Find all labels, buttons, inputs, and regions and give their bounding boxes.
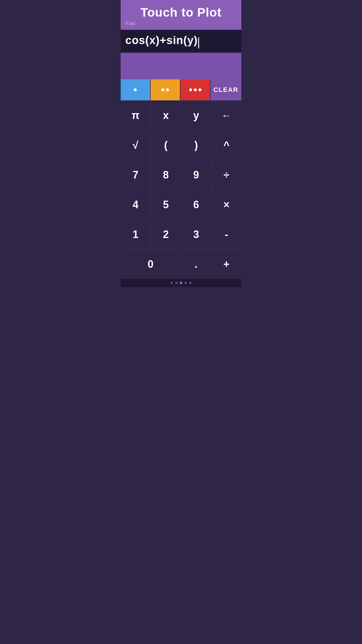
- dot-icon: [198, 88, 201, 91]
- key-row-1: π x y ←: [121, 101, 241, 131]
- key-1[interactable]: 1: [121, 220, 151, 249]
- app-title: Touch to Plot: [125, 6, 237, 19]
- angle-mode: Rad: [125, 20, 237, 27]
- page-indicator: [121, 279, 241, 287]
- key-open-paren[interactable]: (: [151, 131, 181, 160]
- graph-area: [121, 53, 241, 79]
- key-row-3: 7 8 9 ÷: [121, 160, 241, 190]
- key-8[interactable]: 8: [151, 160, 181, 190]
- dot-icon: [189, 88, 192, 91]
- key-backspace[interactable]: ←: [212, 101, 241, 130]
- page-dot-5: [189, 282, 191, 284]
- keypad: π x y ← √ ( ) ^ 7 8 9 ÷ 4 5 6 × 1: [121, 101, 241, 279]
- key-divide[interactable]: ÷: [212, 160, 241, 190]
- page-dot-4: [184, 282, 187, 284]
- mode-btn-3[interactable]: [180, 79, 210, 100]
- key-y[interactable]: y: [181, 101, 212, 130]
- key-row-2: √ ( ) ^: [121, 131, 241, 160]
- key-decimal[interactable]: .: [181, 250, 212, 279]
- dot-icon: [161, 88, 164, 91]
- key-3[interactable]: 3: [181, 220, 212, 249]
- key-power[interactable]: ^: [212, 131, 241, 160]
- key-minus[interactable]: -: [212, 220, 241, 249]
- key-sqrt[interactable]: √: [121, 131, 151, 160]
- cursor: [198, 37, 199, 48]
- app-container: Touch to Plot Rad cos(x)+sin(y) CLEAR π …: [121, 0, 241, 287]
- key-0[interactable]: 0: [121, 250, 181, 279]
- key-close-paren[interactable]: ): [181, 131, 212, 160]
- key-row-4: 4 5 6 ×: [121, 190, 241, 220]
- key-7[interactable]: 7: [121, 160, 151, 190]
- clear-button[interactable]: CLEAR: [210, 79, 241, 100]
- key-5[interactable]: 5: [151, 190, 181, 219]
- page-dot-1: [171, 282, 173, 284]
- key-2[interactable]: 2: [151, 220, 181, 249]
- key-4[interactable]: 4: [121, 190, 151, 219]
- dot-icon: [134, 88, 137, 91]
- mode-row: CLEAR: [121, 79, 241, 101]
- key-6[interactable]: 6: [181, 190, 212, 219]
- expression-display: cos(x)+sin(y): [121, 29, 241, 53]
- key-multiply[interactable]: ×: [212, 190, 241, 219]
- key-row-6: 0 . +: [121, 250, 241, 279]
- key-pi[interactable]: π: [121, 101, 151, 130]
- mode-btn-1[interactable]: [121, 79, 151, 100]
- key-x[interactable]: x: [151, 101, 181, 130]
- key-9[interactable]: 9: [181, 160, 212, 190]
- clear-label: CLEAR: [213, 86, 238, 94]
- page-dot-3-active: [180, 282, 182, 284]
- expression-text: cos(x)+sin(y): [125, 34, 198, 46]
- dot-icon: [166, 88, 169, 91]
- key-plus[interactable]: +: [212, 250, 242, 279]
- mode-btn-2[interactable]: [151, 79, 181, 100]
- key-row-5: 1 2 3 -: [121, 220, 241, 250]
- header: Touch to Plot Rad: [121, 0, 241, 29]
- page-dot-2: [175, 282, 178, 284]
- dot-icon: [194, 88, 197, 91]
